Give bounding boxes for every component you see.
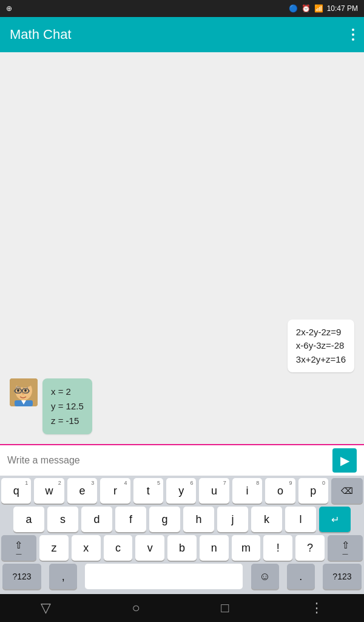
number-row: 1q 2w 3e 4r 5t 6y 7u 8i 9o 0p ⌫ bbox=[1, 478, 363, 504]
svg-point-8 bbox=[24, 389, 27, 392]
nav-more-button[interactable]: ⋮ bbox=[310, 600, 323, 616]
menu-dot-3 bbox=[352, 38, 354, 41]
shift-left-key[interactable]: ⇧— bbox=[1, 535, 36, 561]
key-l[interactable]: l bbox=[285, 507, 316, 532]
key-h[interactable]: h bbox=[183, 507, 214, 532]
message-text-incoming: x = 2y = 12.5z = -15 bbox=[51, 386, 84, 426]
key-k[interactable]: k bbox=[251, 507, 282, 532]
key-c[interactable]: c bbox=[104, 535, 133, 561]
send-icon: ▶ bbox=[340, 453, 349, 468]
shift-right-key[interactable]: ⇧— bbox=[328, 535, 363, 561]
time-display: 10:47 PM bbox=[327, 4, 358, 13]
alarm-icon: ⏰ bbox=[302, 4, 311, 13]
key-1[interactable]: 1q bbox=[1, 478, 31, 504]
message-input[interactable] bbox=[7, 455, 328, 466]
menu-dot-1 bbox=[352, 29, 354, 31]
num123-right-key[interactable]: ?123 bbox=[323, 564, 362, 589]
key-z[interactable]: z bbox=[39, 535, 69, 561]
space-key[interactable] bbox=[85, 564, 243, 589]
keyboard: 1q 2w 3e 4r 5t 6y 7u 8i 9o 0p ⌫ a s d f … bbox=[0, 476, 364, 594]
key-b[interactable]: b bbox=[167, 535, 197, 561]
key-4[interactable]: 4r bbox=[100, 478, 130, 504]
period-key[interactable]: . bbox=[287, 564, 315, 589]
key-f[interactable]: f bbox=[115, 507, 146, 532]
zxcv-row: ⇧— z x c v b n m ! ? ⇧— bbox=[1, 535, 363, 561]
key-exclaim[interactable]: ! bbox=[263, 535, 292, 561]
navigation-bar: ▽ ○ □ ⋮ bbox=[0, 594, 364, 622]
messages-container: 2x-2y-2z=9x-6y-3z=-283x+2y+z=16 bbox=[10, 320, 354, 435]
status-left-icon: ⊕ bbox=[6, 4, 12, 13]
key-8[interactable]: 8i bbox=[232, 478, 262, 504]
key-a[interactable]: a bbox=[13, 507, 44, 532]
backspace-key[interactable]: ⌫ bbox=[331, 478, 363, 504]
keyboard-bottom-row: ?123 , ☺ . ?123 bbox=[1, 564, 363, 589]
enter-key[interactable]: ↵ bbox=[319, 507, 351, 532]
bluetooth-icon: 🔵 bbox=[289, 4, 298, 13]
key-m[interactable]: m bbox=[232, 535, 261, 561]
svg-point-7 bbox=[17, 389, 19, 392]
back-button[interactable]: ▽ bbox=[41, 600, 51, 616]
num123-left-key[interactable]: ?123 bbox=[2, 564, 41, 589]
key-question[interactable]: ? bbox=[295, 535, 325, 561]
status-bar: ⊕ 🔵 ⏰ 📶 10:47 PM bbox=[0, 0, 364, 17]
message-incoming: x = 2y = 12.5z = -15 bbox=[42, 378, 92, 434]
svg-point-9 bbox=[22, 393, 24, 395]
key-5[interactable]: 5t bbox=[133, 478, 163, 504]
avatar-svg bbox=[10, 378, 38, 406]
key-g[interactable]: g bbox=[149, 507, 180, 532]
key-s[interactable]: s bbox=[47, 507, 78, 532]
input-area[interactable]: ▶ bbox=[0, 444, 364, 476]
avatar bbox=[10, 378, 38, 406]
menu-dot-2 bbox=[352, 33, 354, 36]
asdf-row: a s d f g h j k l ↵ bbox=[1, 507, 363, 532]
message-text-outgoing: 2x-2y-2z=9x-6y-3z=-283x+2y+z=16 bbox=[296, 327, 346, 364]
key-3[interactable]: 3e bbox=[67, 478, 97, 504]
app-title: Math Chat bbox=[10, 27, 72, 43]
key-0[interactable]: 0p bbox=[298, 478, 328, 504]
svg-point-10 bbox=[15, 379, 32, 388]
key-j[interactable]: j bbox=[217, 507, 248, 532]
key-v[interactable]: v bbox=[135, 535, 164, 561]
key-6[interactable]: 6y bbox=[166, 478, 196, 504]
key-2[interactable]: 2w bbox=[34, 478, 64, 504]
app-bar: Math Chat bbox=[0, 17, 364, 52]
chat-area: 2x-2y-2z=9x-6y-3z=-283x+2y+z=16 bbox=[0, 52, 364, 444]
svg-line-6 bbox=[29, 391, 30, 391]
svg-line-5 bbox=[14, 391, 15, 391]
emoji-key[interactable]: ☺ bbox=[251, 564, 279, 589]
overflow-menu-button[interactable] bbox=[352, 29, 354, 41]
message-outgoing: 2x-2y-2z=9x-6y-3z=-283x+2y+z=16 bbox=[288, 320, 354, 373]
key-x[interactable]: x bbox=[72, 535, 101, 561]
key-d[interactable]: d bbox=[81, 507, 112, 532]
message-incoming-wrapper: x = 2y = 12.5z = -15 bbox=[10, 378, 92, 434]
key-7[interactable]: 7u bbox=[199, 478, 229, 504]
comma-key[interactable]: , bbox=[49, 564, 77, 589]
send-button[interactable]: ▶ bbox=[332, 448, 357, 473]
home-button[interactable]: ○ bbox=[132, 600, 140, 616]
status-right: 🔵 ⏰ 📶 10:47 PM bbox=[289, 4, 358, 13]
key-n[interactable]: n bbox=[200, 535, 229, 561]
recents-button[interactable]: □ bbox=[221, 600, 229, 616]
signal-icon: 📶 bbox=[314, 4, 323, 13]
key-9[interactable]: 9o bbox=[265, 478, 295, 504]
